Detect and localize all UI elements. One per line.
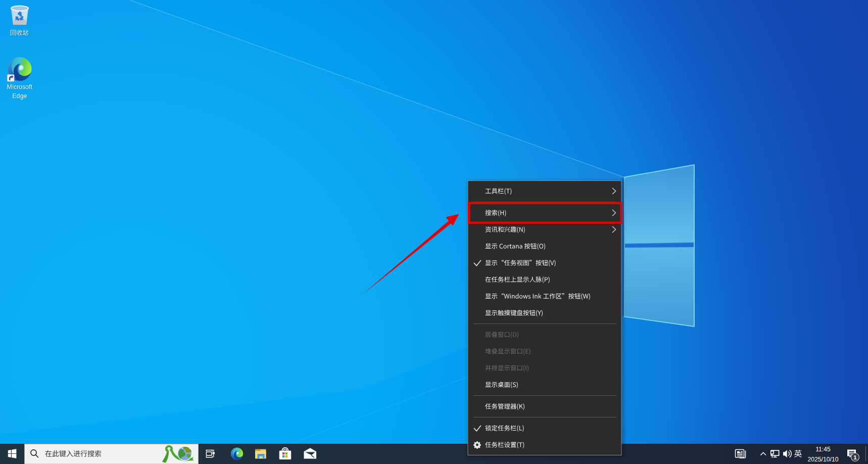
svg-text:Edge: Edge <box>13 92 27 100</box>
svg-text:2025/10/10: 2025/10/10 <box>808 456 839 463</box>
svg-text:Microsoft: Microsoft <box>7 83 33 90</box>
svg-text:11:45: 11:45 <box>815 446 831 453</box>
svg-text:1: 1 <box>853 454 857 460</box>
